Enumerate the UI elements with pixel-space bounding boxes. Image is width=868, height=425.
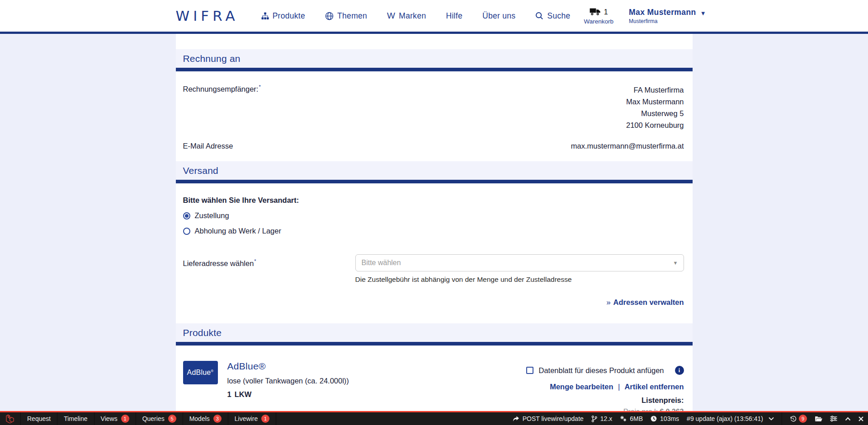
product-quantity: 1LKW [227,390,349,399]
nav-item-hilfe[interactable]: Hilfe [446,11,462,21]
section-divider [176,68,693,71]
cart-label: Warenkorb [584,18,614,25]
user-menu[interactable]: Max Mustermann ▼ Musterfirma [629,8,706,24]
sliders-icon [830,416,837,422]
billing-section-title: Rechnung an [183,53,241,64]
radio-option-abholung[interactable]: Abholung ab Werk / Lager [183,227,684,235]
radio-selected-icon[interactable] [183,212,190,220]
sitemap-icon [261,12,269,20]
nav-item-label: Produkte [273,11,305,21]
datasheet-checkbox[interactable] [526,367,533,374]
radio-option-zustellung[interactable]: Zustellung [183,211,684,220]
select-placeholder: Bitte wählen [362,259,401,267]
laravel-logo-icon[interactable] [0,412,21,425]
nav-item-produkte[interactable]: Produkte [261,11,305,21]
required-mark: * [254,258,256,264]
delivery-address-label: Lieferadresse wählen* [183,259,256,267]
gears-icon [620,416,627,422]
close-button[interactable] [859,416,863,421]
git-branch-icon [591,416,597,422]
info-icon[interactable]: i [675,366,684,375]
products-section-title: Produkte [183,327,222,338]
section-divider [176,180,693,183]
radio-label: Zustellung [195,211,229,220]
manage-addresses-link[interactable]: »Adressen verwalten [606,298,684,306]
nav-item-label: Marken [399,11,426,21]
debug-tab-livewire[interactable]: Livewire 1 [228,412,276,425]
user-company: Musterfirma [629,18,706,24]
history-icon [790,416,797,422]
debug-tab-timeline[interactable]: Timeline [57,412,94,425]
views-count-badge: 1 [121,415,129,423]
nav-item-ueber-uns[interactable]: Über uns [482,11,515,21]
billing-section-header: Rechnung an [176,49,693,68]
history-count-badge: 9 [799,415,807,423]
nav-item-label: Hilfe [446,11,462,21]
memory-stat: 6MB [620,415,643,422]
debugbar-separator [782,412,782,425]
address-line: 2100 Korneuburg [626,119,684,131]
registered-mark: ® [211,369,213,373]
datasheet-label: Datenblatt für dieses Produkt anfügen [538,366,664,375]
required-mark: * [259,84,260,89]
cart-button[interactable]: 1 Warenkorb [584,7,614,25]
product-name[interactable]: AdBlue® [227,361,349,372]
radio-unselected-icon[interactable] [183,228,190,235]
nav-item-themen[interactable]: Themen [325,11,367,21]
double-chevron-icon: » [606,298,610,307]
edit-quantity-link[interactable]: Menge bearbeiten [550,383,613,391]
folder-icon [815,416,822,422]
cart-count: 1 [604,8,608,16]
address-line: Max Mustermann [626,96,684,107]
remove-item-link[interactable]: Artikel entfernen [624,383,684,391]
top-navigation-bar: WIFRA Produkte [0,0,868,34]
link-separator: | [618,383,620,391]
minimize-button[interactable] [845,417,851,421]
current-request-selector[interactable]: #9 update (ajax) (13:56:41) [687,415,774,422]
w-brand-icon: W [387,11,395,21]
shipping-method-label: Bitte wählen Sie Ihre Versandart: [183,196,684,205]
user-name: Max Mustermann [629,8,696,17]
redirect-arrow-icon [513,416,519,422]
nav-item-marken[interactable]: W Marken [387,11,426,21]
shipping-section-title: Versand [183,165,218,176]
request-method-stat: POST livewire/update [513,415,584,422]
debug-tab-queries[interactable]: Queries 5 [136,412,183,425]
email-value: max.mustermann@musterfirma.at [571,142,684,150]
debug-tab-models[interactable]: Models 3 [183,412,228,425]
recipient-label: Rechnungsempfänger:* [183,84,261,131]
delivery-address-select[interactable]: Bitte wählen ▼ [355,254,684,271]
delivery-helper-text: Die Zustellgebühr ist abhängig von der M… [355,276,684,284]
chevron-down-icon: ▼ [700,10,706,17]
product-row: AdBlue® AdBlue® lose (voller Tankwagen (… [176,346,693,416]
radio-label: Abholung ab Werk / Lager [195,227,281,235]
billing-address: FA Musterfirma Max Mustermann Musterweg … [626,84,684,131]
livewire-count-badge: 1 [261,415,269,423]
wifra-logo[interactable]: WIFRA [176,8,239,24]
products-section-header: Produkte [176,323,693,342]
main-nav: Produkte Themen W Marken Hilfe [261,11,571,21]
settings-button[interactable] [830,416,837,422]
history-button[interactable]: 9 [790,415,807,423]
models-count-badge: 3 [213,415,222,423]
close-icon [859,416,863,421]
search-label: Suche [547,11,570,21]
chevron-up-icon [845,417,851,421]
billing-section-body: Rechnungsempfänger:* FA Musterfirma Max … [176,71,693,161]
nav-item-label: Themen [337,11,367,21]
version-stat: 12.x [591,415,612,422]
truck-icon [590,7,601,18]
search-icon [535,12,543,20]
open-folder-button[interactable] [815,416,822,422]
debug-tab-views[interactable]: Views 1 [94,412,136,425]
select-caret-icon: ▼ [673,260,678,266]
laravel-debugbar: Request Timeline Views 1 Queries 5 Model… [0,411,868,425]
adblue-logo: AdBlue® [183,361,218,384]
clock-icon [651,416,657,422]
search-button[interactable]: Suche [535,11,570,21]
globe-icon [325,12,334,20]
shipping-section-body: Bitte wählen Sie Ihre Versandart: Zustel… [176,183,693,323]
product-variant: lose (voller Tankwagen (ca. 24.000l)) [227,377,349,385]
debug-tab-request[interactable]: Request [21,412,57,425]
email-label: E-Mail Adresse [183,142,233,150]
